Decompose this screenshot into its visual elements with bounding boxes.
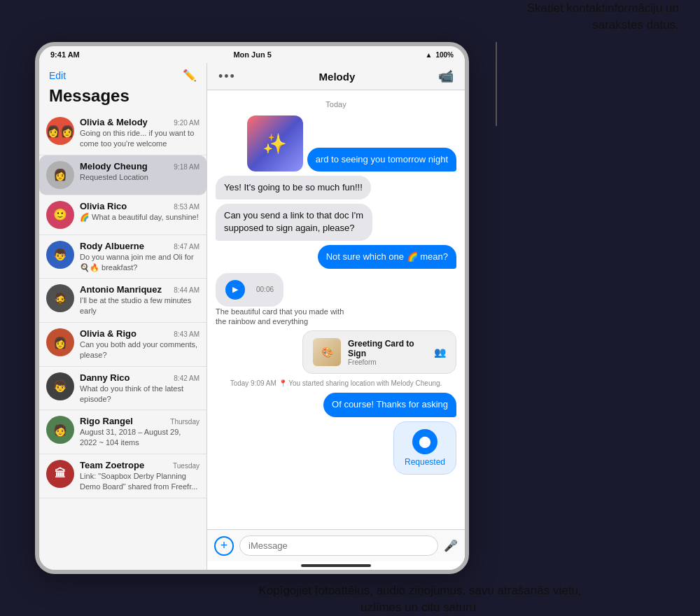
contact-info: Rigo RangelThursdayAugust 31, 2018 – Aug… — [80, 416, 200, 448]
contact-time: 8:47 AM — [174, 243, 200, 251]
card-title: Greeting Card to Sign — [348, 339, 427, 358]
contact-avatar: 🏛 — [46, 460, 74, 488]
card-thumbnail: 🎨 — [313, 338, 341, 366]
contact-avatar: 👩 — [46, 161, 74, 189]
contact-time: 8:43 AM — [174, 330, 200, 338]
annotation-bottom: Kopīgojiet fotoattēlus, audio ziņojumus,… — [245, 582, 595, 616]
message-bubble: Can you send a link to that doc I'm supp… — [216, 204, 372, 240]
contact-name: Team Zoetrope — [80, 460, 144, 470]
contact-info: Team ZoetropeTuesdayLink: "Soapbox Derby… — [80, 460, 200, 492]
message-row: ✨ard to seeing you tomorrow night — [216, 115, 456, 172]
contact-time: 8:53 AM — [174, 203, 200, 211]
contact-list: 👩‍👩Olivia & Melody9:20 AMGoing on this r… — [39, 111, 206, 570]
chat-panel: ••• Melody 📹 Today✨ard to seeing you tom… — [207, 63, 465, 570]
voice-bubble: ▶00:06 — [216, 273, 284, 307]
voice-message-wrapper: ▶00:06The beautiful card that you made w… — [216, 273, 456, 327]
edit-button[interactable]: Edit — [49, 70, 66, 81]
contact-item[interactable]: 🏛Team ZoetropeTuesdayLink: "Soapbox Derb… — [39, 454, 206, 498]
contact-item[interactable]: 🧑Rigo RangelThursdayAugust 31, 2018 – Au… — [39, 410, 206, 454]
battery-icon: 100% — [435, 51, 454, 59]
message-bubble: Not sure which one 🌈 mean? — [318, 245, 456, 269]
contact-item[interactable]: 👦Danny Rico8:42 AMWhat do you think of t… — [39, 367, 206, 411]
message-row: ▶00:06 — [216, 273, 456, 307]
contact-preview: What do you think of the latest episode? — [80, 384, 200, 405]
contact-item[interactable]: 👩Olivia & Rigo8:43 AMCan you both add yo… — [39, 323, 206, 367]
contact-name: Olivia & Melody — [80, 117, 148, 127]
card-subtitle: Freeform — [348, 358, 427, 366]
contact-preview: Can you both add your comments, please? — [80, 340, 200, 360]
card-bubble[interactable]: 🎨Greeting Card to SignFreeform👥 — [302, 330, 456, 374]
contact-preview: Do you wanna join me and Oli for 🍳🔥 brea… — [80, 252, 200, 273]
contact-name: Olivia Rico — [80, 201, 127, 211]
contact-preview: Link: "Soapbox Derby Planning Demo Board… — [80, 471, 200, 492]
message-row: ⬤Requested — [216, 421, 456, 475]
card-person-icon: 👥 — [434, 346, 446, 358]
status-time: 9:41 AM — [50, 50, 80, 59]
contact-name: Rigo Rangel — [80, 416, 133, 426]
contact-info: Olivia Rico8:53 AM🌈 What a beautiful day… — [80, 201, 200, 223]
play-button[interactable]: ▶ — [225, 280, 245, 300]
mic-icon[interactable]: 🎤 — [444, 539, 458, 552]
contact-name: Danny Rico — [80, 372, 130, 383]
voice-caption: The beautiful card that you made with th… — [216, 307, 356, 327]
chat-messages: Today✨ard to seeing you tomorrow nightYe… — [207, 90, 465, 529]
home-bar — [301, 564, 371, 567]
message-input[interactable] — [239, 536, 438, 556]
message-row: Can you send a link to that doc I'm supp… — [216, 204, 456, 240]
contact-avatar: 👦 — [46, 372, 74, 400]
compose-icon[interactable]: ✏️ — [183, 69, 197, 82]
contact-avatar: 🧑 — [46, 416, 74, 444]
contact-time: 8:42 AM — [174, 374, 200, 382]
contact-avatar: 👩‍👩 — [46, 117, 74, 145]
message-bubble: Of course! Thanks for asking — [323, 393, 456, 416]
contact-item[interactable]: 👦Rody Albuerne8:47 AMDo you wanna join m… — [39, 235, 206, 279]
contact-info: Olivia & Melody9:20 AMGoing on this ride… — [80, 117, 200, 149]
contact-info: Melody Cheung9:18 AMRequested Location — [80, 161, 200, 183]
sidebar-header: Edit ✏️ — [39, 63, 206, 85]
annotation-line-top — [496, 42, 497, 126]
contact-time: 9:20 AM — [174, 119, 200, 127]
voice-duration: 00:06 — [256, 286, 274, 293]
contact-info: Rody Albuerne8:47 AMDo you wanna join me… — [80, 241, 200, 273]
contact-name: Olivia & Rigo — [80, 328, 136, 339]
location-shared-label: Today 9:09 AM 📍 You started sharing loca… — [216, 379, 456, 387]
messages-title: Messages — [39, 85, 206, 111]
app-body: Edit ✏️ Messages 👩‍👩Olivia & Melody9:20 … — [39, 63, 465, 570]
photo-bubble: ✨ — [247, 115, 303, 172]
requested-label: Requested — [405, 457, 445, 467]
contact-time: Thursday — [170, 418, 200, 426]
status-bar: 9:41 AM Mon Jun 5 ▲ 100% — [39, 46, 465, 63]
chat-header: ••• Melody 📹 — [207, 63, 465, 90]
requested-dot: ⬤ — [412, 429, 438, 454]
add-attachment-button[interactable]: + — [214, 536, 234, 556]
video-call-icon[interactable]: 📹 — [438, 69, 454, 84]
contact-preview: 🌈 What a beautiful day, sunshine! — [80, 212, 200, 223]
chat-header-name[interactable]: Melody — [319, 71, 356, 83]
contact-info: Olivia & Rigo8:43 AMCan you both add you… — [80, 328, 200, 360]
contact-info: Danny Rico8:42 AMWhat do you think of th… — [80, 372, 200, 405]
message-row: Not sure which one 🌈 mean? — [216, 245, 456, 269]
contact-name: Melody Cheung — [80, 161, 148, 172]
message-bubble: Yes! It's going to be so much fun!!! — [216, 176, 371, 200]
annotation-top: Skatiet kontaktinformāciju un sarakstes … — [497, 0, 679, 34]
contact-item[interactable]: 🙂Olivia Rico8:53 AM🌈 What a beautiful da… — [39, 195, 206, 235]
requested-bubble: ⬤Requested — [393, 421, 456, 475]
sidebar: Edit ✏️ Messages 👩‍👩Olivia & Melody9:20 … — [39, 63, 207, 570]
chat-header-dots: ••• — [218, 69, 236, 84]
outer-wrapper: Skatiet kontaktinformāciju un sarakstes … — [0, 0, 700, 616]
contact-item[interactable]: 🧔Antonio Manriquez8:44 AMI'll be at the … — [39, 279, 206, 323]
contact-avatar: 🧔 — [46, 284, 74, 312]
message-row: 🎨Greeting Card to SignFreeform👥 — [216, 330, 456, 374]
message-row: Yes! It's going to be so much fun!!! — [216, 176, 456, 200]
contact-preview: Going on this ride... if you want to com… — [80, 128, 200, 149]
date-label: Today — [216, 100, 456, 108]
contact-item[interactable]: 👩‍👩Olivia & Melody9:20 AMGoing on this r… — [39, 111, 206, 155]
contact-avatar: 🙂 — [46, 201, 74, 229]
contact-item[interactable]: 👩Melody Cheung9:18 AMRequested Location — [39, 155, 206, 195]
message-row: Of course! Thanks for asking — [216, 393, 456, 416]
contact-time: 8:44 AM — [174, 286, 200, 294]
chat-input-row: + 🎤 — [207, 529, 465, 561]
contact-name: Antonio Manriquez — [80, 284, 162, 295]
contact-name: Rody Albuerne — [80, 241, 144, 251]
contact-time: Tuesday — [173, 462, 200, 470]
